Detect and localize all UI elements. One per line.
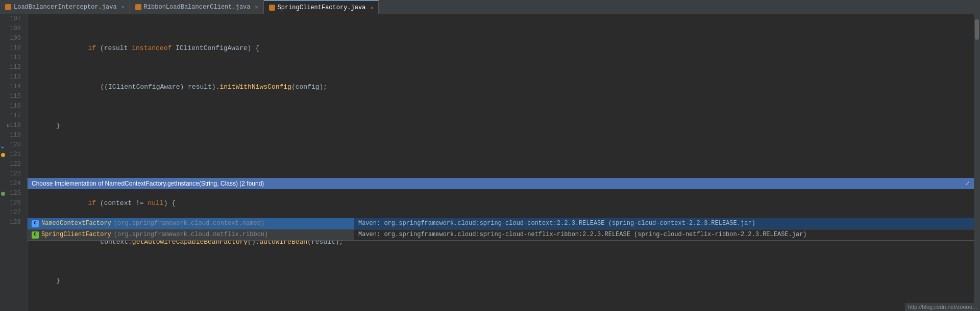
popup-item-named-context-factory[interactable]: C NamedContextFactory (org.springframewo…: [28, 218, 974, 229]
popup-right-named-context: Maven: org.springframework.cloud:spring-…: [354, 218, 974, 229]
gutter-121: 121: [0, 150, 24, 160]
gutter-116: 116: [0, 101, 24, 111]
gutter-109: 109: [0, 34, 24, 43]
gutter-110: 110: [0, 43, 24, 53]
impl-package: (org.springframework.cloud.netflix.ribbo…: [114, 230, 268, 240]
breakpoint-icon: [1, 153, 5, 157]
tab-label: SpringClientFactory.java: [278, 4, 366, 11]
popup-right-spring-client: Maven: org.springframework.cloud:spring-…: [354, 229, 974, 241]
gutter-117: 117: [0, 111, 24, 121]
gutter-126: 126: [0, 198, 24, 208]
class-icon-spring: C: [32, 231, 39, 239]
tab-label: RibbonLoadBalancerClient.java: [144, 4, 251, 11]
code-content[interactable]: if (result instanceof IClientConfigAware…: [28, 14, 974, 311]
close-icon[interactable]: ✕: [255, 4, 258, 10]
gutter-128: 128: [0, 218, 24, 227]
gutter-111: 111: [0, 53, 24, 63]
gutter-114: 114: [0, 82, 24, 92]
scrollbar-thumb[interactable]: [975, 19, 979, 40]
popup-expand-button[interactable]: ⤢: [965, 179, 970, 189]
popup-left-spring-client: C SpringClientFactory (org.springframewo…: [28, 229, 354, 241]
popup-header: Choose Implementation of NamedContextFac…: [28, 178, 974, 189]
close-icon[interactable]: ✕: [121, 4, 125, 10]
popup-left-named-context: C NamedContextFactory (org.springframewo…: [28, 218, 354, 229]
java-icon: [5, 4, 11, 10]
gutter-120: ➤ 120: [0, 140, 24, 150]
status-bar-url: http://blog.csdn.net/zoooo...: [905, 303, 980, 311]
tab-ribbon-load-balancer[interactable]: RibbonLoadBalancerClient.java ✕: [130, 0, 264, 14]
code-line-108: ((IClientConfigAware) result).initWithNi…: [32, 82, 974, 92]
code-line-113: }: [32, 276, 974, 286]
run-icon: [1, 192, 5, 196]
implementation-chooser-popup: Choose Implementation of NamedContextFac…: [28, 149, 974, 260]
popup-title: Choose Implementation of NamedContextFac…: [32, 179, 264, 189]
close-icon[interactable]: ✕: [370, 5, 373, 11]
gutter-118: ▷ 118: [0, 121, 24, 131]
java-icon: [269, 5, 275, 11]
tab-label: LoadBalancerInterceptor.java: [14, 4, 117, 11]
popup-implementation-list: C NamedContextFactory (org.springframewo…: [28, 218, 974, 241]
gutter-125: 125: [0, 189, 24, 198]
tab-bar: LoadBalancerInterceptor.java ✕ RibbonLoa…: [0, 0, 980, 14]
code-line-107: if (result instanceof IClientConfigAware…: [32, 43, 974, 53]
impl-class-name: NamedContextFactory: [41, 219, 111, 228]
execution-pointer: ➤: [0, 143, 4, 147]
class-icon-named: C: [32, 220, 39, 227]
tab-load-balancer-interceptor[interactable]: LoadBalancerInterceptor.java ✕: [0, 0, 130, 14]
gutter-107: 107: [0, 14, 24, 24]
code-line-109: }: [32, 121, 974, 131]
impl-package: (org.springframework.cloud.context.named…: [114, 219, 264, 228]
tab-spring-client-factory[interactable]: SpringClientFactory.java ✕: [264, 0, 379, 14]
gutter-122: 122: [0, 160, 24, 169]
bookmark-icon: ▷: [7, 121, 10, 131]
maven-info: Maven: org.springframework.cloud:spring-…: [358, 230, 807, 240]
gutter-119: 119: [0, 131, 24, 140]
gutter-108: 108: [0, 24, 24, 34]
gutter-113: 113: [0, 72, 24, 82]
editor-area: 107 108 109 110 111 112 113 114 115 116 …: [0, 14, 980, 311]
java-icon: [135, 4, 141, 10]
gutter-112: 112: [0, 63, 24, 72]
gutter-123: 123: [0, 169, 24, 179]
gutter-115: 115: [0, 92, 24, 101]
impl-class-name: SpringClientFactory: [41, 230, 111, 240]
maven-info: Maven: org.springframework.cloud:spring-…: [358, 219, 755, 228]
gutter-124: 124: [0, 179, 24, 189]
gutter-127: 127: [0, 208, 24, 218]
line-number-gutter: 107 108 109 110 111 112 113 114 115 116 …: [0, 14, 28, 311]
vertical-scrollbar[interactable]: [974, 14, 980, 311]
popup-item-spring-client-factory[interactable]: C SpringClientFactory (org.springframewo…: [28, 229, 974, 241]
